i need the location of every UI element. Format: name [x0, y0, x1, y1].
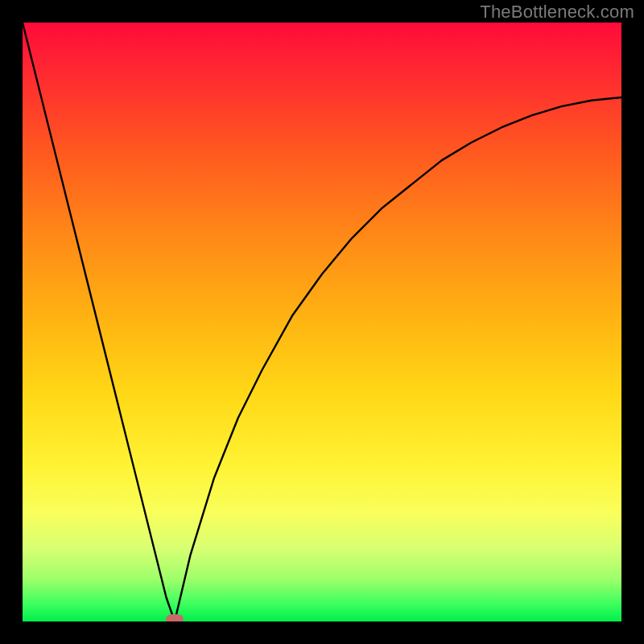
watermark-text: TheBottleneck.com — [480, 2, 634, 23]
chart-frame: TheBottleneck.com — [0, 0, 644, 644]
chart-plot-area — [23, 23, 621, 621]
minimum-marker — [166, 614, 184, 621]
chart-curve — [23, 23, 621, 621]
chart-curve-path — [23, 23, 621, 621]
